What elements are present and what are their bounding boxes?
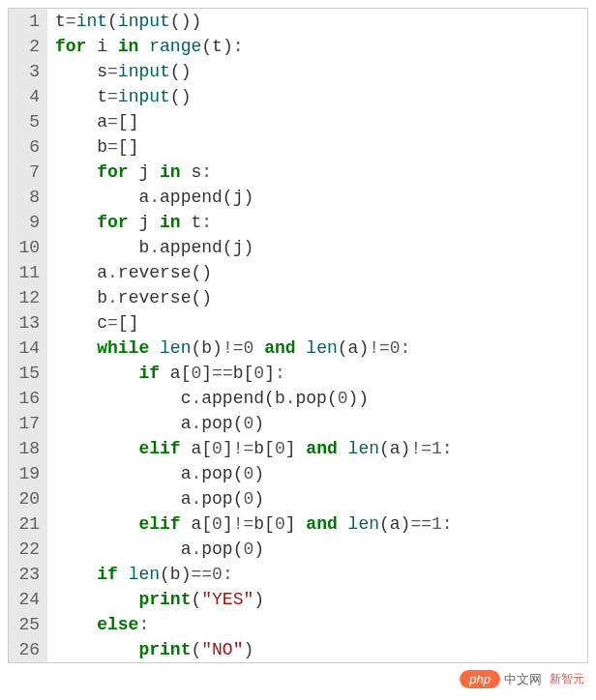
line-number: 10 bbox=[9, 235, 47, 260]
code-line: 2for i in range(t): bbox=[9, 34, 587, 59]
line-number: 18 bbox=[9, 436, 47, 461]
line-number: 6 bbox=[9, 134, 47, 160]
code-line: 10 b.append(j) bbox=[9, 235, 587, 260]
code-line: 7 for j in s: bbox=[9, 160, 587, 185]
line-number: 17 bbox=[9, 411, 47, 436]
line-content: a.pop(0) bbox=[47, 411, 587, 436]
code-line: 25 else: bbox=[9, 612, 587, 637]
line-content: a.pop(0) bbox=[47, 537, 587, 562]
line-content: for j in t: bbox=[47, 210, 587, 235]
line-content: t=int(input()) bbox=[47, 9, 587, 34]
line-number: 4 bbox=[9, 84, 47, 109]
line-number: 8 bbox=[9, 185, 47, 210]
code-line: 24 print("YES") bbox=[9, 587, 587, 612]
line-number: 26 bbox=[9, 637, 47, 662]
line-content: a=[] bbox=[47, 109, 587, 134]
code-line: 14 while len(b)!=0 and len(a)!=0: bbox=[9, 335, 587, 361]
line-content: t=input() bbox=[47, 84, 587, 109]
code-line: 22 a.pop(0) bbox=[9, 537, 587, 562]
code-line: 18 elif a[0]!=b[0] and len(a)!=1: bbox=[9, 436, 587, 461]
watermark-text: 中文网 bbox=[504, 671, 542, 672]
code-line: 8 a.append(j) bbox=[9, 185, 587, 210]
code-line: 12 b.reverse() bbox=[9, 285, 587, 310]
line-number: 5 bbox=[9, 109, 47, 134]
code-line: 26 print("NO") bbox=[9, 637, 587, 662]
line-number: 7 bbox=[9, 160, 47, 185]
line-number: 3 bbox=[9, 59, 47, 84]
line-number: 2 bbox=[9, 34, 47, 59]
line-content: b.append(j) bbox=[47, 235, 587, 260]
code-line: 16 c.append(b.pop(0)) bbox=[9, 386, 587, 411]
code-line: 17 a.pop(0) bbox=[9, 411, 587, 436]
code-line: 23 if len(b)==0: bbox=[9, 562, 587, 587]
line-content: elif a[0]!=b[0] and len(a)==1: bbox=[47, 511, 587, 537]
code-line: 6 b=[] bbox=[9, 134, 587, 160]
line-content: if a[0]==b[0]: bbox=[47, 361, 587, 386]
line-number: 20 bbox=[9, 486, 47, 511]
line-number: 12 bbox=[9, 285, 47, 310]
line-content: if len(b)==0: bbox=[47, 562, 587, 587]
line-content: for j in s: bbox=[47, 160, 587, 185]
line-number: 15 bbox=[9, 361, 47, 386]
line-content: while len(b)!=0 and len(a)!=0: bbox=[47, 335, 587, 361]
code-line: 21 elif a[0]!=b[0] and len(a)==1: bbox=[9, 511, 587, 537]
line-content: else: bbox=[47, 612, 587, 637]
code-line: 13 c=[] bbox=[9, 310, 587, 335]
line-number: 25 bbox=[9, 612, 47, 637]
line-number: 11 bbox=[9, 260, 47, 285]
line-number: 9 bbox=[9, 210, 47, 235]
line-number: 19 bbox=[9, 461, 47, 486]
line-number: 1 bbox=[9, 9, 47, 34]
line-content: a.append(j) bbox=[47, 185, 587, 210]
line-content: elif a[0]!=b[0] and len(a)!=1: bbox=[47, 436, 587, 461]
line-content: s=input() bbox=[47, 59, 587, 84]
watermark-badge: php bbox=[460, 670, 500, 671]
line-content: b.reverse() bbox=[47, 285, 587, 310]
line-number: 21 bbox=[9, 511, 47, 537]
line-content: c=[] bbox=[47, 310, 587, 335]
code-line: 20 a.pop(0) bbox=[9, 486, 587, 511]
line-content: b=[] bbox=[47, 134, 587, 160]
line-content: for i in range(t): bbox=[47, 34, 587, 59]
line-content: a.pop(0) bbox=[47, 461, 587, 486]
line-content: a.pop(0) bbox=[47, 486, 587, 511]
line-number: 23 bbox=[9, 562, 47, 587]
code-block: 1t=int(input())2for i in range(t):3 s=in… bbox=[8, 8, 588, 663]
line-number: 24 bbox=[9, 587, 47, 612]
watermark: php 中文网 新智元 bbox=[460, 670, 584, 671]
code-line: 4 t=input() bbox=[9, 84, 587, 109]
code-line: 11 a.reverse() bbox=[9, 260, 587, 285]
line-number: 14 bbox=[9, 335, 47, 361]
code-line: 1t=int(input()) bbox=[9, 9, 587, 34]
code-line: 9 for j in t: bbox=[9, 210, 587, 235]
line-content: a.reverse() bbox=[47, 260, 587, 285]
code-line: 15 if a[0]==b[0]: bbox=[9, 361, 587, 386]
code-line: 19 a.pop(0) bbox=[9, 461, 587, 486]
line-content: print("NO") bbox=[47, 637, 587, 662]
line-number: 16 bbox=[9, 386, 47, 411]
code-line: 5 a=[] bbox=[9, 109, 587, 134]
code-line: 3 s=input() bbox=[9, 59, 587, 84]
line-content: print("YES") bbox=[47, 587, 587, 612]
line-number: 22 bbox=[9, 537, 47, 562]
line-content: c.append(b.pop(0)) bbox=[47, 386, 587, 411]
line-number: 13 bbox=[9, 310, 47, 335]
